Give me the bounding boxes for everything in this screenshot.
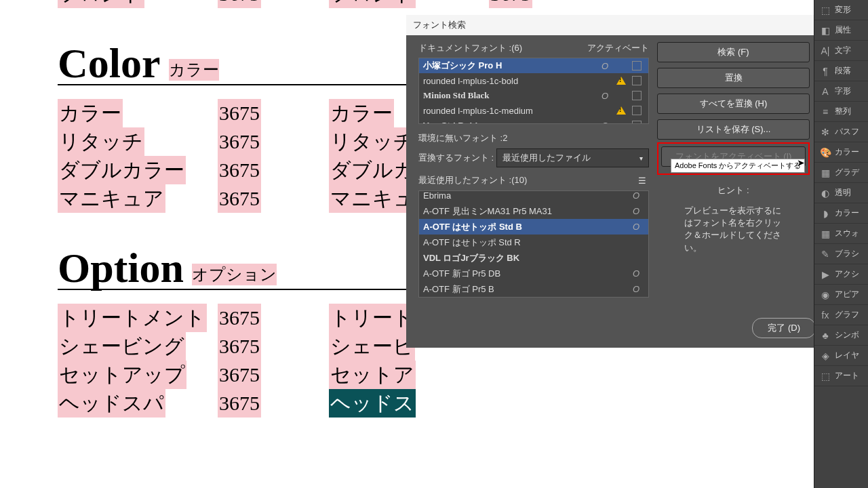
panel-label: アクシ xyxy=(835,268,859,280)
panel-item[interactable]: ◉アピア xyxy=(814,285,868,305)
panel-label: 段落 xyxy=(835,65,851,77)
panel-icon: fx xyxy=(820,310,831,321)
item-name: ダブルカ xyxy=(329,156,416,184)
panel-icon: ⬚ xyxy=(820,371,831,382)
font-type-icon: O xyxy=(628,190,644,201)
item-name: リタッチ xyxy=(329,127,416,156)
font-row[interactable]: Minion Std BlackO xyxy=(419,88,648,103)
document-fonts-list[interactable]: 小塚ゴシック Pro HOrounded l-mplus-1c-boldMini… xyxy=(418,58,649,124)
hint-text: プレビューを表示するにはフォント名を右クリック＆ホールドしてください。 xyxy=(657,205,810,254)
doc-fonts-label: ドキュメントフォント :(6) xyxy=(418,42,522,54)
replace-font-dropdown[interactable]: 最近使用したファイル ▾ xyxy=(496,148,649,167)
font-name: 小塚ゴシック Pro H xyxy=(423,60,597,72)
panel-icon: ▶ xyxy=(820,269,831,280)
panel-icon: ◐ xyxy=(820,188,831,199)
font-name: VDL ロゴJrブラック BK xyxy=(423,252,628,264)
panel-item[interactable]: A|文字 xyxy=(814,41,868,61)
item-price: 3675 xyxy=(218,156,261,184)
warning-icon xyxy=(613,77,629,85)
item-name: シェービ xyxy=(329,332,415,361)
panel-label: レイヤ xyxy=(835,350,859,361)
panel-item[interactable]: ▦グラデ xyxy=(814,163,868,183)
item-name: ダブルカラー xyxy=(58,156,186,184)
section-sub: カラー xyxy=(169,59,219,81)
panel-label: 属性 xyxy=(835,24,851,36)
activate-label: アクティベート xyxy=(587,42,649,54)
font-name: A-OTF 新ゴ Pr5 B xyxy=(423,283,628,296)
list-view-icon[interactable]: ☰ xyxy=(638,176,649,186)
panel-label: アピア xyxy=(835,289,859,300)
panel-icon: A xyxy=(820,86,831,97)
font-row[interactable]: rounded l-mplus-1c-medium xyxy=(419,103,648,118)
panel-label: 字形 xyxy=(835,85,851,97)
done-button[interactable]: 完了 (D) xyxy=(752,318,816,338)
panel-item[interactable]: ◈レイヤ xyxy=(814,346,868,366)
font-name: Vag Std Bold xyxy=(423,121,597,125)
panel-item[interactable]: ◗カラー xyxy=(814,203,868,224)
font-row[interactable]: rounded l-mplus-1c-bold xyxy=(419,73,648,88)
font-name: A-OTF 見出ミンMA31 Pr5 MA31 xyxy=(423,205,628,218)
item-price: 3675 xyxy=(218,0,261,8)
panel-icon: ≡ xyxy=(820,106,831,117)
panel-item[interactable]: ≡整列 xyxy=(814,102,868,122)
font-row[interactable]: 小塚ゴシック Pro HO xyxy=(419,58,648,73)
recent-fonts-list[interactable]: EbrimaOA-OTF 見出ミンMA31 Pr5 MA31OA-OTF はせト… xyxy=(418,190,649,298)
font-type-icon: O xyxy=(628,284,644,294)
activate-checkbox[interactable] xyxy=(632,61,642,70)
panel-item[interactable]: ◧属性 xyxy=(814,20,868,41)
font-type-icon: O xyxy=(597,121,613,125)
panel-item[interactable]: ⬚アート xyxy=(814,366,868,386)
font-name: rounded l-mplus-1c-bold xyxy=(423,76,597,86)
section-title: Option xyxy=(58,247,184,289)
font-type-icon: O xyxy=(628,222,644,232)
item-price: 3675 xyxy=(218,332,261,361)
recent-font-row[interactable]: A-OTF 新ゴ Pr5 BO xyxy=(419,281,648,297)
panel-item[interactable]: ⬚変形 xyxy=(814,0,868,20)
panel-label: グラフ xyxy=(835,309,859,321)
recent-font-row[interactable]: VDL ロゴJrブラック BK xyxy=(419,250,648,266)
panel-icon: A| xyxy=(820,45,831,56)
panel-item[interactable]: fxグラフ xyxy=(814,305,868,325)
save-list-button[interactable]: リストを保存 (S)... xyxy=(657,119,810,140)
panels-sidebar: ⬚変形◧属性A|文字¶段落A字形≡整列✻パスフ🎨カラー▦グラデ◐透明◗カラー▦ス… xyxy=(814,0,868,488)
search-button[interactable]: 検索 (F) xyxy=(657,42,810,62)
hint-label: ヒント : xyxy=(657,184,810,197)
recent-font-row[interactable]: EbrimaO xyxy=(419,190,648,203)
panel-item[interactable]: ♣シンボ xyxy=(814,325,868,346)
panel-item[interactable]: ▦スウォ xyxy=(814,224,868,244)
item-name: フロント xyxy=(329,0,416,8)
recent-font-row[interactable]: A-OTF はせトッポ Std BO xyxy=(419,219,648,235)
panel-item[interactable]: ¶段落 xyxy=(814,61,868,81)
panel-item[interactable]: ✎ブラシ xyxy=(814,244,868,264)
replace-all-button[interactable]: すべてを置換 (H) xyxy=(657,94,810,114)
panel-icon: ▦ xyxy=(820,167,831,178)
font-name: A-OTF はせトッポ Std R xyxy=(423,237,628,249)
tooltip: Adobe Fonts からアクティベートする xyxy=(671,159,805,173)
panel-item[interactable]: A字形 xyxy=(814,81,868,102)
highlight-box: フォントをアクティベート (I) Adobe Fonts からアクティベートする… xyxy=(657,142,810,175)
recent-fonts-label: 最近使用したフォント :(10) xyxy=(418,174,527,186)
panel-icon: ◈ xyxy=(820,350,831,361)
panel-item[interactable]: ◐透明 xyxy=(814,183,868,203)
activate-checkbox[interactable] xyxy=(632,91,642,100)
font-name: Ebrima xyxy=(423,190,628,201)
panel-item[interactable]: 🎨カラー xyxy=(814,142,868,163)
panel-label: アート xyxy=(835,370,859,382)
recent-font-row[interactable]: A-OTF 新ゴ Pr5 DBO xyxy=(419,266,648,281)
panel-label: カラー xyxy=(835,207,859,219)
activate-checkbox[interactable] xyxy=(632,76,642,85)
activate-checkbox[interactable] xyxy=(632,121,642,124)
panel-icon: ♣ xyxy=(820,330,831,341)
replace-button[interactable]: 置換 xyxy=(657,68,810,88)
font-row[interactable]: Vag Std BoldO xyxy=(419,118,648,124)
activate-checkbox[interactable] xyxy=(632,106,642,115)
panel-item[interactable]: ✻パスフ xyxy=(814,122,868,142)
panel-item[interactable]: ▶アクシ xyxy=(814,264,868,285)
recent-font-row[interactable]: A-OTF 見出ミンMA31 Pr5 MA31O xyxy=(419,203,648,219)
item-price: 3675 xyxy=(218,361,261,389)
cursor-icon: ➤ xyxy=(797,157,805,168)
font-type-icon: O xyxy=(597,91,613,101)
item-name: セットア xyxy=(329,361,416,389)
recent-font-row[interactable]: A-OTF はせトッポ Std R xyxy=(419,235,648,250)
panel-icon: 🎨 xyxy=(820,147,831,158)
